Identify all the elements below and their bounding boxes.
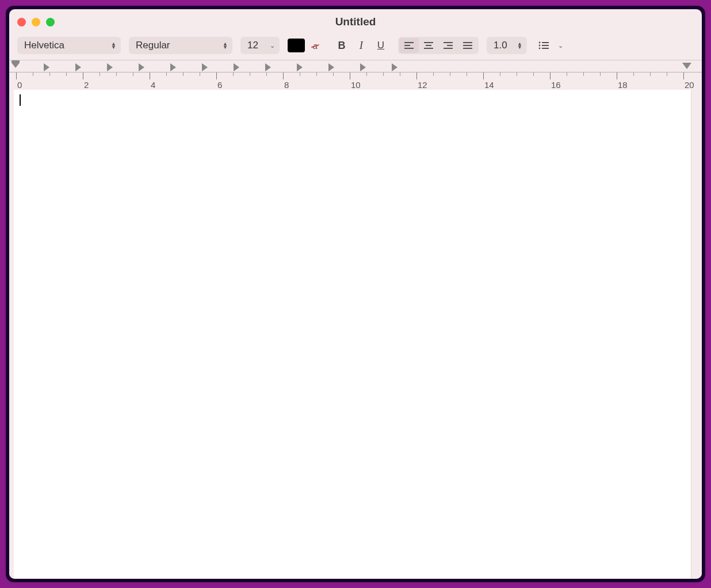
font-family-value: Helvetica <box>24 40 106 51</box>
font-size-dropdown[interactable]: 12 ⌄ <box>240 37 280 54</box>
ruler-tick-minor <box>166 72 167 76</box>
italic-button[interactable]: I <box>352 37 370 54</box>
ruler-tick-minor <box>33 72 33 76</box>
tab-stop-marker[interactable] <box>360 63 366 71</box>
formatting-toolbar: Helvetica ▲▼ Regular ▲▼ 12 ⌄ a B I U <box>9 35 702 60</box>
ruler-label: 2 <box>84 80 89 90</box>
ruler-tick-major <box>83 72 83 79</box>
tab-stop-marker[interactable] <box>328 63 334 71</box>
alignment-group <box>398 37 479 54</box>
right-indent-marker[interactable] <box>682 63 691 69</box>
text-editor-window: Untitled Helvetica ▲▼ Regular ▲▼ 12 ⌄ a … <box>9 9 702 579</box>
tab-stop-marker[interactable] <box>265 63 271 71</box>
bold-button[interactable]: B <box>332 37 351 54</box>
line-spacing-value: 1.0 <box>494 40 513 51</box>
list-style-button[interactable] <box>535 37 553 54</box>
clear-style-button[interactable]: a <box>306 37 324 54</box>
ruler-tick-minor <box>366 72 367 76</box>
font-family-dropdown[interactable]: Helvetica ▲▼ <box>17 37 121 54</box>
chevron-down-icon: ⌄ <box>558 42 563 49</box>
ruler-label: 4 <box>151 80 155 90</box>
align-center-button[interactable] <box>419 38 438 53</box>
stepper-icon: ▲▼ <box>223 42 228 49</box>
underline-button[interactable]: U <box>372 37 390 54</box>
ruler-tick-minor <box>500 72 500 76</box>
window-controls <box>17 18 55 26</box>
list-icon <box>538 41 550 49</box>
svg-point-14 <box>539 45 541 47</box>
align-justify-icon <box>462 41 473 49</box>
first-line-indent-marker[interactable] <box>12 60 20 68</box>
ruler-tick-minor <box>600 72 601 76</box>
ruler-tick-minor <box>183 72 184 76</box>
list-style-menu-button[interactable]: ⌄ <box>555 37 566 54</box>
ruler-tick-minor <box>433 72 434 76</box>
fullscreen-window-button[interactable] <box>46 18 55 26</box>
ruler-label: 12 <box>418 80 427 90</box>
ruler-label: 0 <box>17 80 22 90</box>
font-style-value: Regular <box>136 40 218 51</box>
minimize-window-button[interactable] <box>32 18 40 26</box>
ruler-tick-minor <box>100 72 100 76</box>
align-right-icon <box>443 41 453 49</box>
tab-stop-marker[interactable] <box>170 63 176 71</box>
font-style-dropdown[interactable]: Regular ▲▼ <box>129 37 232 54</box>
tab-stop-marker[interactable] <box>107 63 113 71</box>
ruler-tick-minor <box>333 72 334 76</box>
ruler-tick-minor <box>266 72 267 76</box>
font-size-value: 12 <box>247 40 265 51</box>
ruler-tick-minor <box>467 72 467 76</box>
window-title: Untitled <box>9 16 702 28</box>
ruler-tick-minor <box>517 72 517 76</box>
ruler-tick-minor <box>400 72 400 76</box>
ruler-tick-major <box>483 72 484 79</box>
stepper-icon: ▲▼ <box>517 42 522 49</box>
ruler-label: 18 <box>618 80 628 90</box>
tab-stop-marker[interactable] <box>75 63 81 71</box>
tab-stop-marker[interactable] <box>44 63 49 71</box>
ruler-tick-minor <box>49 72 50 76</box>
align-center-icon <box>423 41 434 49</box>
ruler-tick-minor <box>533 72 534 76</box>
ruler-tick-major <box>683 72 684 79</box>
chevron-down-icon: ⌄ <box>270 42 275 49</box>
ruler-tick-major <box>216 72 217 79</box>
ruler-label: 16 <box>551 80 561 90</box>
text-color-button[interactable] <box>288 39 305 52</box>
ruler-tick-major <box>617 72 617 79</box>
ruler-label: 8 <box>284 80 289 90</box>
ruler-label: 20 <box>685 80 694 90</box>
ruler-tick-minor <box>583 72 584 76</box>
ruler-label: 14 <box>484 80 494 90</box>
align-right-button[interactable] <box>438 38 458 53</box>
titlebar: Untitled <box>9 9 702 35</box>
ruler-tick-minor <box>133 72 133 76</box>
tab-stop-marker[interactable] <box>392 63 397 71</box>
tab-stop-marker[interactable] <box>297 63 303 71</box>
ruler[interactable]: 02468101214161820 <box>9 60 702 90</box>
svg-point-16 <box>539 48 541 49</box>
tab-stop-marker[interactable] <box>234 63 239 71</box>
clear-style-icon: a <box>313 41 318 51</box>
close-window-button[interactable] <box>17 18 26 26</box>
text-editing-area[interactable] <box>14 90 691 579</box>
ruler-label: 10 <box>351 80 361 90</box>
ruler-tick-major <box>16 72 17 79</box>
align-justify-button[interactable] <box>458 38 477 53</box>
align-left-button[interactable] <box>399 38 419 53</box>
svg-point-12 <box>539 42 541 44</box>
tab-stop-marker[interactable] <box>202 63 208 71</box>
ruler-tick-major <box>416 72 417 79</box>
ruler-tick-minor <box>316 72 317 76</box>
tab-stop-marker[interactable] <box>139 63 144 71</box>
ruler-tick-minor <box>250 72 250 76</box>
ruler-label: 6 <box>217 80 222 90</box>
ruler-tick-minor <box>633 72 634 76</box>
document-area <box>9 90 702 579</box>
stepper-icon: ▲▼ <box>111 42 116 49</box>
line-spacing-dropdown[interactable]: 1.0 ▲▼ <box>487 37 527 54</box>
ruler-tick-major <box>283 72 284 79</box>
ruler-tick-minor <box>116 72 117 76</box>
ruler-tick-minor <box>650 72 651 76</box>
ruler-tick-major <box>550 72 551 79</box>
